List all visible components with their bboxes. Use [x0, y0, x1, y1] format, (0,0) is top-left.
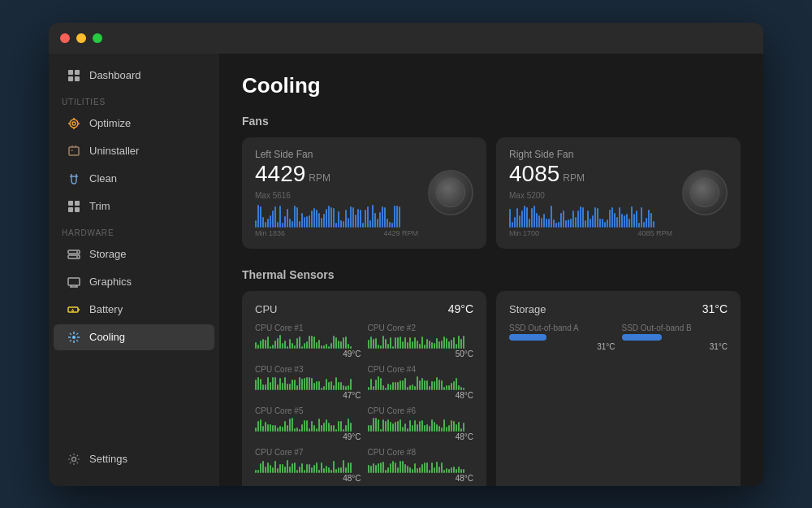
settings-label: Settings: [89, 453, 127, 465]
sidebar-item-settings[interactable]: Settings: [54, 446, 214, 472]
svg-line-37: [70, 340, 71, 341]
sensor-bars-0-1: [368, 334, 474, 349]
sensor-bars-0-3: [368, 376, 474, 390]
sidebar-item-storage[interactable]: Storage: [54, 241, 214, 267]
sidebar-item-dashboard[interactable]: Dashboard: [54, 63, 214, 89]
sidebar-item-cooling[interactable]: Cooling: [54, 324, 214, 350]
sensor-temp-0-4: 49°C: [255, 432, 361, 441]
sensor-name-0-5: CPU Core #6: [368, 406, 474, 415]
svg-point-38: [72, 457, 76, 461]
fan-min-row-right: Min 1700 4085 RPM: [509, 229, 672, 237]
dashboard-icon: [67, 68, 81, 83]
graphics-label: Graphics: [89, 276, 132, 288]
sensor-bars-0-4: [255, 417, 361, 432]
optimize-label: Optimize: [89, 117, 131, 129]
svg-rect-1: [75, 70, 80, 75]
fan-rpm-unit-left: RPM: [309, 172, 330, 184]
svg-rect-10: [69, 147, 79, 155]
svg-point-21: [76, 251, 78, 253]
sensor-item-0-2: CPU Core #347°C: [255, 365, 361, 400]
fan-min-right: Min 1700: [509, 229, 539, 237]
utilities-section: Utilities: [49, 89, 219, 110]
sensor-name-0-4: CPU Core #5: [255, 406, 361, 415]
fan-chart-right: [509, 203, 672, 228]
sensor-item-0-1: CPU Core #250°C: [368, 323, 474, 358]
close-button[interactable]: [60, 33, 70, 43]
thermal-temp-1: 31°C: [702, 302, 728, 315]
battery-label: Battery: [89, 303, 123, 315]
sidebar-item-optimize[interactable]: Optimize: [54, 111, 214, 137]
fans-section-title: Fans: [242, 115, 741, 128]
svg-rect-3: [75, 76, 80, 81]
sensor-name-0-2: CPU Core #3: [255, 365, 361, 374]
fan-rpm-right: 4085: [509, 162, 559, 187]
sensor-bars-0-5: [368, 417, 474, 432]
fan-max-left: Max 5616: [255, 191, 418, 200]
sensor-name-1-0: SSD Out-of-band A: [509, 323, 615, 332]
sensor-name-0-6: CPU Core #7: [255, 448, 361, 457]
graphics-icon: [67, 275, 81, 289]
maximize-button[interactable]: [93, 33, 102, 43]
sensor-temp-0-0: 49°C: [255, 350, 361, 358]
sensor-temp-0-1: 50°C: [368, 350, 474, 358]
svg-rect-18: [75, 207, 80, 212]
sensor-item-0-5: CPU Core #648°C: [368, 406, 474, 441]
title-bar: [49, 23, 763, 54]
svg-rect-2: [68, 76, 73, 81]
fan-visual-left: [428, 170, 473, 215]
sensor-item-0-3: CPU Core #448°C: [368, 365, 474, 400]
fan-current-right: 4085 RPM: [637, 229, 672, 237]
svg-point-22: [76, 256, 78, 258]
sensor-name-0-7: CPU Core #8: [368, 448, 474, 457]
sidebar-item-trim[interactable]: Trim: [54, 193, 214, 219]
sensor-bars-0-2: [255, 376, 361, 390]
fan-info-right: Right Side Fan 4085 RPM Max 5200 Min 170…: [509, 149, 672, 238]
fan-chart-left: [255, 203, 418, 228]
sensor-temp-0-3: 48°C: [368, 391, 474, 400]
thermal-name-0: CPU: [255, 303, 277, 315]
cooling-icon: [67, 330, 81, 345]
thermal-grid: CPU 49°CCPU Core #149°CCPU Core #250°CCP…: [242, 291, 741, 485]
sidebar-item-battery[interactable]: Battery: [54, 297, 214, 323]
sensor-name-1-1: SSD Out-of-band B: [622, 323, 728, 332]
svg-rect-16: [75, 201, 80, 206]
optimize-icon: [67, 116, 81, 131]
sensor-name-0-1: CPU Core #2: [368, 323, 474, 332]
sensor-temp-0-7: 48°C: [368, 474, 474, 483]
sensor-temp-0-5: 48°C: [368, 432, 474, 441]
uninstaller-icon: [67, 144, 81, 158]
fan-name-left: Left Side Fan: [255, 149, 418, 160]
sensor-temp-1-0: 31°C: [509, 342, 615, 351]
fan-rpm-unit-right: RPM: [563, 172, 585, 184]
fan-min-left: Min 1836: [255, 229, 285, 237]
sensor-item-1-0: SSD Out-of-band A31°C: [509, 323, 615, 351]
clean-label: Clean: [89, 172, 117, 185]
fan-card-left: Left Side Fan 4429 RPM Max 5616 Min 1836…: [242, 137, 486, 250]
trim-label: Trim: [89, 200, 110, 212]
fan-name-right: Right Side Fan: [509, 149, 672, 160]
sensor-item-1-1: SSD Out-of-band B31°C: [622, 323, 728, 351]
svg-point-29: [72, 336, 76, 339]
sidebar-item-graphics[interactable]: Graphics: [54, 269, 214, 295]
sensor-item-0-7: CPU Core #848°C: [368, 448, 474, 483]
sensor-temp-0-2: 47°C: [255, 391, 361, 400]
fan-rpm-left: 4429: [255, 162, 305, 187]
uninstaller-label: Uninstaller: [89, 145, 139, 157]
sensor-temp-1-1: 31°C: [622, 342, 728, 351]
sidebar-item-uninstaller[interactable]: Uninstaller: [54, 138, 214, 164]
sensor-bars-0-6: [255, 458, 361, 473]
svg-point-5: [72, 122, 76, 125]
fan-visual-inner-left: [436, 178, 465, 207]
thermal-card-cpu: CPU 49°CCPU Core #149°CCPU Core #250°CCP…: [242, 291, 486, 485]
fan-min-row-left: Min 1836 4429 RPM: [255, 229, 418, 237]
sensor-grid-1: SSD Out-of-band A31°CSSD Out-of-band B31…: [509, 323, 728, 351]
svg-line-35: [76, 340, 78, 341]
sidebar-item-clean[interactable]: Clean: [54, 166, 214, 192]
sidebar: Dashboard Utilities Optimize: [49, 54, 219, 486]
svg-rect-0: [68, 70, 73, 75]
settings-icon: [67, 452, 81, 467]
minimize-button[interactable]: [76, 33, 86, 43]
app-window: Dashboard Utilities Optimize: [49, 23, 763, 486]
cooling-label: Cooling: [89, 331, 125, 343]
svg-line-34: [70, 332, 71, 334]
